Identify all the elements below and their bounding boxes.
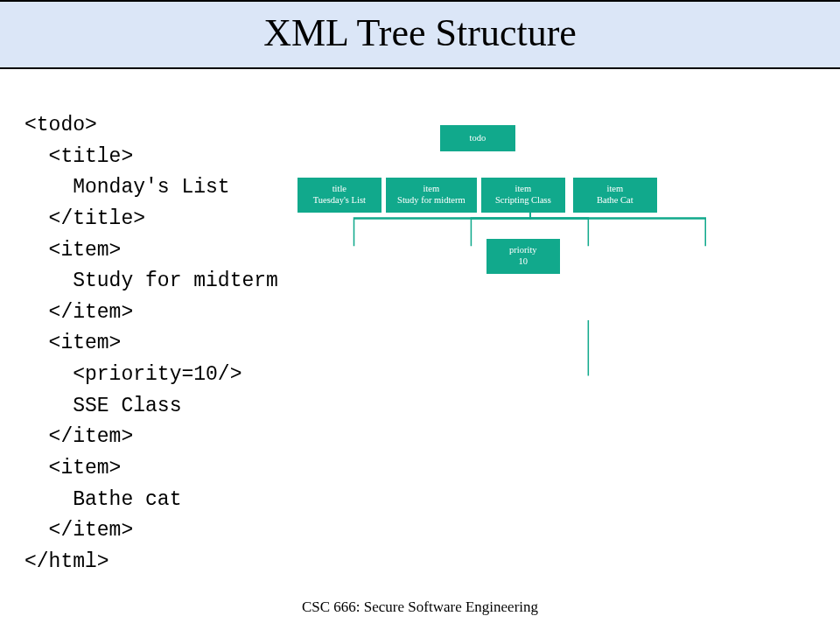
tree-diagram: todo title Tuesday's List item Study for… — [287, 116, 822, 598]
footer-text: CSC 666: Secure Software Engineering — [0, 598, 840, 616]
node-label: item — [575, 184, 655, 195]
tree-node-item-3: item Bathe Cat — [573, 178, 657, 213]
tree-node-root: todo — [440, 125, 515, 151]
content: <todo> <title> Monday's List </title> <i… — [0, 69, 840, 598]
tree-node-item-2: item Scripting Class — [481, 178, 565, 213]
tree-node-item-1: item Study for midterm — [386, 178, 477, 213]
xml-code-block: <todo> <title> Monday's List </title> <i… — [24, 110, 278, 578]
node-value: Bathe Cat — [575, 195, 655, 206]
node-label: item — [388, 184, 475, 195]
page-title: XML Tree Structure — [0, 10, 840, 55]
tree-node-priority: priority 10 — [486, 239, 560, 274]
node-value: Scripting Class — [483, 195, 564, 206]
node-label: title — [299, 184, 380, 195]
node-value: Tuesday's List — [299, 195, 380, 206]
node-label: item — [483, 184, 564, 195]
node-value: 10 — [488, 256, 558, 268]
tree-node-title: title Tuesday's List — [298, 178, 382, 213]
node-value: Study for midterm — [388, 195, 475, 206]
node-label: todo — [442, 133, 514, 144]
node-label: priority — [488, 245, 558, 256]
title-bar: XML Tree Structure — [0, 0, 840, 69]
